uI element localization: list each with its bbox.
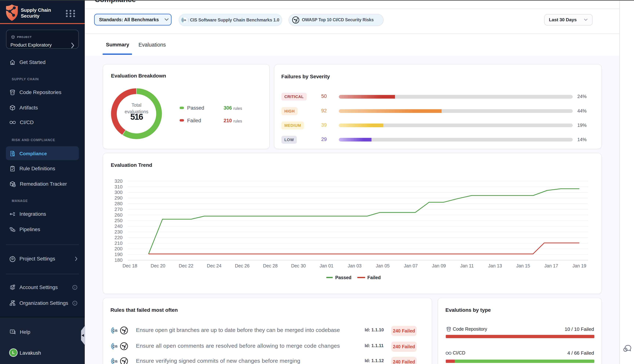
- svg-text:300: 300: [115, 190, 123, 195]
- svg-text:Passed: Passed: [335, 275, 351, 280]
- svg-text:180: 180: [115, 257, 123, 263]
- svg-text:240: 240: [115, 224, 123, 229]
- svg-text:Jan 09: Jan 09: [432, 263, 446, 268]
- svg-text:290: 290: [115, 195, 123, 201]
- svg-text:250: 250: [115, 218, 123, 223]
- svg-text:Jan 01: Jan 01: [320, 263, 334, 268]
- svg-text:Jan 13: Jan 13: [488, 263, 502, 268]
- svg-text:320: 320: [115, 178, 123, 184]
- svg-text:?: ?: [11, 330, 13, 333]
- svg-text:Dec 22: Dec 22: [179, 263, 193, 268]
- svg-text:Dec 18: Dec 18: [123, 263, 137, 268]
- svg-text:Dec 30: Dec 30: [291, 263, 306, 268]
- svg-text:280: 280: [115, 201, 123, 206]
- svg-text:Dec 26: Dec 26: [235, 263, 249, 268]
- svg-text:310: 310: [115, 184, 123, 190]
- svg-text:CIS: CIS: [113, 345, 117, 348]
- svg-text:190: 190: [115, 252, 123, 257]
- svg-text:Dec 24: Dec 24: [207, 263, 221, 268]
- svg-text:Dec 20: Dec 20: [151, 263, 165, 268]
- svg-text:Jan 07: Jan 07: [404, 263, 418, 268]
- svg-text:260: 260: [115, 212, 123, 218]
- svg-text:Jan 15: Jan 15: [516, 263, 530, 268]
- svg-text:210: 210: [115, 240, 123, 246]
- svg-text:Failed: Failed: [368, 275, 381, 280]
- svg-text:Dec 28: Dec 28: [263, 263, 278, 268]
- svg-text:Jan 03: Jan 03: [348, 263, 362, 268]
- svg-text:CIS: CIS: [113, 360, 117, 363]
- svg-text:270: 270: [115, 206, 123, 212]
- svg-text:230: 230: [115, 229, 123, 234]
- svg-text:Jan 05: Jan 05: [376, 263, 390, 268]
- svg-text:Jan 17: Jan 17: [544, 263, 558, 268]
- svg-text:200: 200: [115, 246, 123, 252]
- svg-text:Jan 11: Jan 11: [460, 263, 474, 268]
- svg-text:220: 220: [115, 235, 123, 240]
- svg-text:CIS: CIS: [183, 19, 186, 21]
- svg-text:CIS: CIS: [113, 329, 117, 332]
- svg-text:Jan 19: Jan 19: [572, 263, 586, 268]
